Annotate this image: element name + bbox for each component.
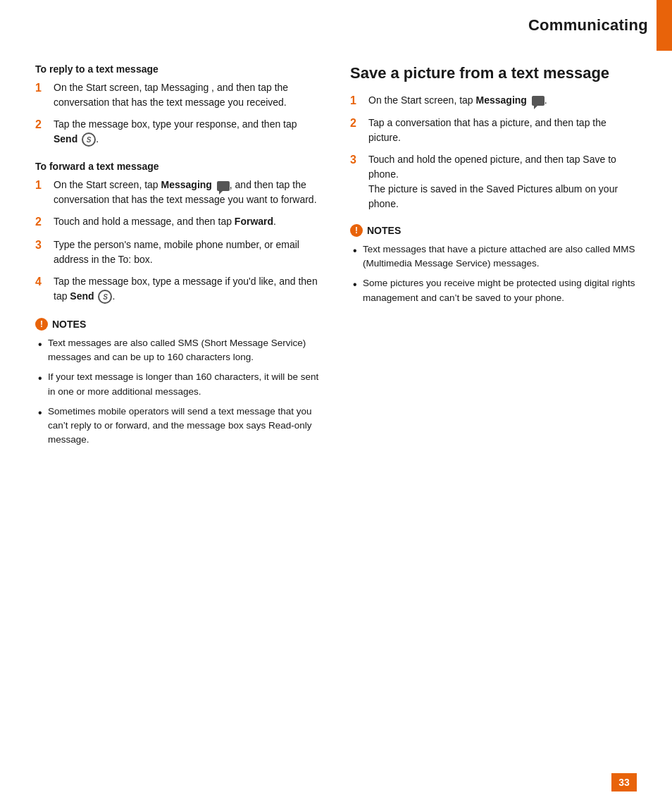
notes-title: NOTES xyxy=(52,319,86,330)
notes-title: NOTES xyxy=(367,225,401,236)
notes-icon: ! xyxy=(35,318,48,331)
notes-header: ! NOTES xyxy=(35,318,322,331)
note-item: Sometimes mobile operators will send a t… xyxy=(38,405,322,448)
right-notes: ! NOTES Text messages that have a pictur… xyxy=(350,224,637,305)
right-step-2: 2 Tap a conversation that has a picture,… xyxy=(350,116,637,145)
header-title: Communicating xyxy=(528,4,657,47)
step-text: On the Start screen, tap Messaging , and… xyxy=(54,80,322,110)
forward-step-2: 2 Touch and hold a message, and then tap… xyxy=(35,214,322,230)
send-icon xyxy=(98,290,112,304)
note-item: If your text message is longer than 160 … xyxy=(38,370,322,399)
reply-step-1: 1 On the Start screen, tap Messaging , a… xyxy=(35,80,322,110)
forward-heading: To forward a text message xyxy=(35,161,322,172)
send-icon xyxy=(82,133,96,147)
step-text: Tap the message box, type your response,… xyxy=(54,117,322,147)
left-column: To reply to a text message 1 On the Star… xyxy=(35,63,322,751)
step-text: Touch and hold the opened picture, and t… xyxy=(368,152,637,211)
note-item: Some pictures you receive might be prote… xyxy=(353,276,637,305)
step-text: Touch and hold a message, and then tap F… xyxy=(54,214,322,229)
reply-section: To reply to a text message 1 On the Star… xyxy=(35,63,322,147)
header-accent-bar xyxy=(657,0,672,51)
notes-icon: ! xyxy=(350,224,363,237)
notes-list: Text messages that have a picture attach… xyxy=(350,242,637,305)
messaging-icon xyxy=(532,96,545,106)
note-item: Text messages are also called SMS (Short… xyxy=(38,336,322,365)
messaging-icon xyxy=(217,181,230,191)
notes-header: ! NOTES xyxy=(350,224,637,237)
step-number: 4 xyxy=(35,274,48,290)
forward-step-3: 3 Type the person's name, mobile phone n… xyxy=(35,238,322,267)
step-number: 1 xyxy=(35,178,48,193)
forward-step-4: 4 Tap the message box, type a message if… xyxy=(35,274,322,304)
step-number: 2 xyxy=(35,214,48,230)
page-number: 33 xyxy=(611,773,637,791)
step-number: 3 xyxy=(35,238,48,253)
reply-heading: To reply to a text message xyxy=(35,63,322,75)
step-number: 1 xyxy=(350,93,363,109)
right-main-heading: Save a picture from a text message xyxy=(350,63,637,83)
step-text: Tap the message box, type a message if y… xyxy=(54,274,322,304)
reply-step-2: 2 Tap the message box, type your respons… xyxy=(35,117,322,147)
step-text: On the Start screen, tap Messaging , and… xyxy=(54,178,322,207)
step-text: On the Start screen, tap Messaging . xyxy=(368,93,637,108)
step-number: 1 xyxy=(35,80,48,96)
step-text: Type the person's name, mobile phone num… xyxy=(54,238,322,267)
step-number: 2 xyxy=(35,117,48,133)
step-number: 2 xyxy=(350,116,363,131)
right-step-3: 3 Touch and hold the opened picture, and… xyxy=(350,152,637,211)
forward-step-1: 1 On the Start screen, tap Messaging , a… xyxy=(35,178,322,207)
main-content: To reply to a text message 1 On the Star… xyxy=(35,63,637,751)
note-item: Text messages that have a picture attach… xyxy=(353,242,637,271)
step-number: 3 xyxy=(350,152,363,168)
forward-section: To forward a text message 1 On the Start… xyxy=(35,161,322,304)
header: Communicating xyxy=(528,0,672,51)
right-column: Save a picture from a text message 1 On … xyxy=(350,63,637,751)
right-step-1: 1 On the Start screen, tap Messaging . xyxy=(350,93,637,109)
notes-list: Text messages are also called SMS (Short… xyxy=(35,336,322,448)
step-text: Tap a conversation that has a picture, a… xyxy=(368,116,637,145)
left-notes: ! NOTES Text messages are also called SM… xyxy=(35,318,322,448)
